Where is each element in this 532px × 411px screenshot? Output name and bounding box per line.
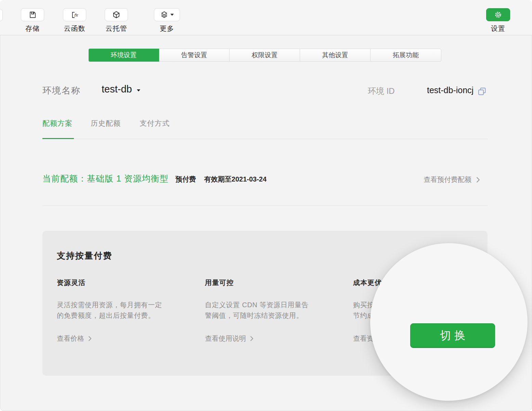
current-quota-text: 当前配额：基础版 1 资源均衡型 [42,173,169,184]
column-description: 灵活按需使用资源，每月拥有一定 的免费额度，超出后按量付费。 [57,300,173,321]
subtab-payment-method[interactable]: 支付方式 [140,119,170,128]
tab-extensions[interactable]: 拓展功能 [371,49,441,61]
cloud-function-button[interactable]: fx [63,8,86,21]
switch-button[interactable]: 切换 [410,323,495,348]
toolbar-item-settings: 设置 [486,8,510,33]
subtab-quota-plan[interactable]: 配额方案 [42,119,73,128]
view-usage-guide-link[interactable]: 查看使用说明 [205,334,321,343]
toolbar-item-cloud-function: fx 云函数 [63,8,86,33]
subtab-divider [42,139,488,139]
panel-column-flexible-resources: 资源灵活 灵活按需使用资源，每月拥有一定 的免费额度，超出后按量付费。 查看价格 [57,278,173,343]
column-title: 用量可控 [205,278,321,287]
copy-env-id-button[interactable] [478,87,486,96]
quota-valid-until: 有效期至2021-03-24 [204,175,267,184]
env-name-dropdown[interactable]: test-db [102,84,140,95]
function-icon: fx [71,11,79,19]
quota-row: 当前配额：基础版 1 资源均衡型 预付费 有效期至2021-03-24 [42,173,267,184]
storage-button[interactable] [21,8,44,21]
env-name-label: 环境名称 [42,85,81,97]
settings-tabs: 环境设置 告警设置 权限设置 其他设置 拓展功能 [89,49,441,62]
toolbar-item-cloud-hosting: 云托管 [105,8,128,33]
view-prepaid-quota-link[interactable]: 查看预付费配额 [424,175,480,184]
column-title: 资源灵活 [57,278,173,287]
view-usage-guide-label: 查看使用说明 [205,334,246,343]
section-divider [42,206,488,206]
env-name-value: test-db [102,84,132,95]
settings-button[interactable] [486,8,510,21]
more-button[interactable] [154,8,180,21]
env-name-caret-icon [137,89,140,91]
tab-environment-settings[interactable]: 环境设置 [89,49,159,62]
more-caret-icon [170,14,174,16]
subtab-active-underline [42,138,74,139]
cloudbase-settings-page: 存储 fx 云函数 云托管 [0,0,532,411]
tab-permission-settings[interactable]: 权限设置 [230,49,300,61]
storage-label: 存储 [21,24,44,33]
subtab-quota-history[interactable]: 历史配额 [91,119,121,128]
view-pricing-label: 查看价格 [57,334,84,343]
view-prepaid-quota-label: 查看预付费配额 [424,175,471,184]
chevron-right-icon [88,336,92,341]
cloud-function-label: 云函数 [63,24,86,33]
toolbar: 存储 fx 云函数 云托管 [0,0,532,35]
quota-pay-type: 预付费 [176,175,196,184]
toolbar-item-storage: 存储 [21,8,44,33]
layers-icon [160,11,168,19]
env-id-label: 环境 ID [368,86,395,97]
svg-text:fx: fx [74,13,78,17]
settings-label: 设置 [486,24,510,33]
cube-icon [112,11,120,19]
chevron-right-icon [250,336,254,341]
tab-alert-settings[interactable]: 告警设置 [159,49,230,61]
env-id-value: test-db-ioncj [427,85,473,95]
panel-column-usage-control: 用量可控 自定义设置 CDN 等资源日用量告 警阈值，可随时冻结资源使用。 查看… [205,278,321,343]
cloud-hosting-button[interactable] [105,8,128,21]
panel-title: 支持按量付费 [57,250,112,261]
save-icon [29,11,37,19]
magnifier-highlight-circle [370,243,528,401]
toolbar-partial-button[interactable] [0,9,3,21]
toolbar-item-more: 更多 [154,8,180,33]
view-pricing-link[interactable]: 查看价格 [57,334,173,343]
gear-icon [494,11,502,19]
chevron-right-icon [476,177,480,183]
column-description: 自定义设置 CDN 等资源日用量告 警阈值，可随时冻结资源使用。 [205,300,321,321]
more-label: 更多 [154,24,180,33]
cloud-hosting-label: 云托管 [105,24,128,33]
copy-icon [478,87,486,96]
tab-other-settings[interactable]: 其他设置 [300,49,371,61]
